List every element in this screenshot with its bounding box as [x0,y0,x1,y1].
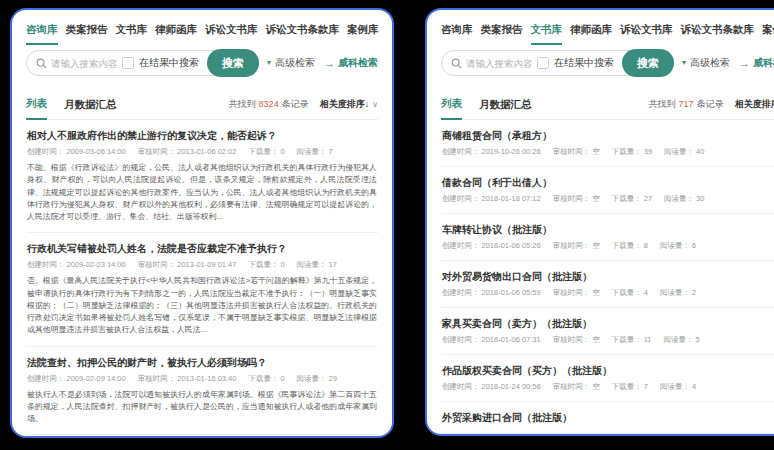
tab-case-reports[interactable]: 类案报告 [481,23,523,45]
search-input[interactable] [466,58,537,69]
list-item: 对外贸易货物出口合同（批注版） 创建时间：2018-01-06 05:59 审核… [441,261,774,308]
result-count: 共找到 8324 条记录 [229,98,309,119]
list-item: 如何计算民事案件适用简易程序的审限？ 创建时间：2009-02-04 14:00… [26,435,378,438]
list-item: 法院查封、扣押公民的财产时，被执行人必须到场吗？ 创建时间：2009-02-09… [26,347,378,436]
tab-consultation-library[interactable]: 咨询库 [441,23,473,45]
list-item: 外贸采购进口合同（批注版） [441,402,774,434]
search-button[interactable]: 搜索 [622,49,674,77]
item-title-link[interactable]: 借款合同（利于出借人） [442,176,774,189]
view-tab-list[interactable]: 列表 [441,97,462,120]
item-snippet: 被执行人不是必须到场，法院可以通知被执行人的成年家属到场。根据《民事诉讼法》第二… [27,389,377,426]
chevron-down-icon: ▾ [267,59,271,67]
item-meta: 创建时间：2018-01-18 07:12 审核时间：空 下载量：27 阅读量：… [442,194,774,204]
library-tab-bar: 咨询库 类案报告 文书库 律师函库 诉讼文书库 诉讼文书条款库 案例库 [441,10,774,45]
tab-case-reports[interactable]: 类案报告 [66,23,108,45]
item-title-link[interactable]: 作品版权买卖合同（买方）（批注版） [442,364,774,377]
library-tab-bar: 咨询库 类案报告 文书库 律师函库 诉讼文书库 诉讼文书条款库 案例库 [26,10,378,45]
tab-case-library[interactable]: 案例库 [347,23,379,45]
sort-label: 相关度排序↓ [735,98,774,111]
list-item: 作品版权买卖合同（买方）（批注版） 创建时间：2018-01-24 00:56 … [441,355,774,402]
search-button[interactable]: 搜索 [207,49,259,77]
search-icon [451,58,462,69]
chevron-down-icon: ▾ [682,59,686,67]
search-row: 在结果中搜索 搜索 ▾ 高级检索 → 威科检索 [441,50,774,76]
search-in-results-checkbox[interactable] [537,57,549,69]
item-meta: 创建时间：2009-03-06 14:00 审核时间：2013-01-06 02… [27,147,377,157]
list-item: 家具买卖合同（卖方）（批注版） 创建时间：2018-01-06 07:31 审核… [441,308,774,355]
advanced-search-label: 高级检索 [275,56,315,70]
consultation-library-panel: 咨询库 类案报告 文书库 律师函库 诉讼文书库 诉讼文书条款库 案例库 在结果中… [10,8,394,438]
search-input[interactable] [51,58,122,69]
tab-litigation-clause-library[interactable]: 诉讼文书条款库 [266,23,340,45]
item-title-link[interactable]: 对外贸易货物出口合同（批注版） [442,270,774,283]
weike-search-label: 威科检索 [338,56,378,70]
search-box: 在结果中搜索 搜索 [441,50,674,76]
search-box: 在结果中搜索 搜索 [26,50,259,76]
sort-dropdown[interactable]: 相关度排序↓ ∨ [735,98,774,119]
search-icon [36,58,47,69]
item-meta: 创建时间：2009-02-03 14:00 审核时间：2013-01-09 01… [27,260,377,270]
item-title-link[interactable]: 商铺租赁合同（承租方） [442,129,774,142]
document-library-panel: 咨询库 类案报告 文书库 律师函库 诉讼文书库 诉讼文书条款库 案例库 在结果中… [425,8,774,436]
item-title-link[interactable]: 法院查封、扣押公民的财产时，被执行人必须到场吗？ [27,356,377,369]
weike-search-link[interactable]: → 威科检索 [739,56,774,70]
search-in-results-label: 在结果中搜索 [554,56,614,70]
tab-litigation-document-library[interactable]: 诉讼文书库 [205,23,258,45]
tab-document-library[interactable]: 文书库 [116,23,148,45]
arrow-right-icon: → [324,58,335,69]
list-item: 行政机关写错被处罚人姓名，法院是否应裁定不准予执行？ 创建时间：2009-02-… [26,233,378,346]
item-title-link[interactable]: 行政机关写错被处罚人姓名，法院是否应裁定不准予执行？ [27,242,377,255]
result-count: 共找到 717 条记录 [649,98,724,119]
item-title-link[interactable]: 外贸采购进口合同（批注版） [442,411,774,424]
list-item: 商铺租赁合同（承租方） 创建时间：2019-10-26 00:26 审核时间：空… [441,120,774,167]
tab-litigation-document-library[interactable]: 诉讼文书库 [620,23,673,45]
tab-litigation-clause-library[interactable]: 诉讼文书条款库 [681,23,755,45]
item-snippet: 不能。根据《行政诉讼法》的规定，公民、法人或者其他组织认为行政机关的具体行政行为… [27,162,377,223]
list-item: 借款合同（利于出借人） 创建时间：2018-01-18 07:12 审核时间：空… [441,167,774,214]
advanced-search-control[interactable]: ▾ 高级检索 [682,56,730,70]
list-header: 列表 月数据汇总 共找到 8324 条记录 相关度排序↓ ∨ [26,97,378,120]
list-header: 列表 月数据汇总 共找到 717 条记录 相关度排序↓ ∨ [441,97,774,120]
tab-lawyer-letter-library[interactable]: 律师函库 [570,23,612,45]
item-meta: 创建时间：2018-01-06 05:26 审核时间：空 下载量：8 阅读量：6 [442,241,774,251]
item-snippet: 否。根据《最高人民法院关于执行<中华人民共和国行政诉讼法>若干问题的解释》第九十… [27,275,377,336]
tab-case-library[interactable]: 案例库 [762,23,774,45]
result-count-number: 8324 [259,99,279,109]
view-tab-monthly-summary[interactable]: 月数据汇总 [64,98,117,119]
sort-dropdown[interactable]: 相关度排序↓ ∨ [320,98,378,119]
arrow-right-icon: → [739,58,750,69]
item-title-link[interactable]: 相对人不服政府作出的禁止游行的复议决定，能否起诉？ [27,129,377,142]
screen: 咨询库 类案报告 文书库 律师函库 诉讼文书库 诉讼文书条款库 案例库 在结果中… [0,0,774,450]
weike-search-label: 威科检索 [753,56,774,70]
result-list: 相对人不服政府作出的禁止游行的复议决定，能否起诉？ 创建时间：2009-03-0… [26,120,378,438]
advanced-search-label: 高级检索 [690,56,730,70]
advanced-search-control[interactable]: ▾ 高级检索 [267,56,315,70]
list-item: 相对人不服政府作出的禁止游行的复议决定，能否起诉？ 创建时间：2009-03-0… [26,120,378,233]
item-meta: 创建时间：2018-01-24 00:56 审核时间：空 下载量：7 阅读量：4 [442,382,774,392]
result-count-number: 717 [679,99,694,109]
search-in-results-checkbox[interactable] [122,57,134,69]
tab-consultation-library[interactable]: 咨询库 [26,23,58,45]
item-meta: 创建时间：2018-01-06 07:31 审核时间：空 下载量：11 阅读量：… [442,335,774,345]
search-in-results-label: 在结果中搜索 [139,56,199,70]
view-tab-monthly-summary[interactable]: 月数据汇总 [479,98,532,119]
item-title-link[interactable]: 车牌转让协议（批注版） [442,223,774,236]
item-meta: 创建时间：2019-10-26 00:26 审核时间：空 下载量：39 阅读量：… [442,147,774,157]
list-item: 车牌转让协议（批注版） 创建时间：2018-01-06 05:26 审核时间：空… [441,214,774,261]
result-list: 商铺租赁合同（承租方） 创建时间：2019-10-26 00:26 审核时间：空… [441,120,774,434]
chevron-down-icon: ∨ [372,100,378,109]
weike-search-link[interactable]: → 威科检索 [324,56,378,70]
search-row: 在结果中搜索 搜索 ▾ 高级检索 → 威科检索 [26,50,378,76]
item-meta: 创建时间：2009-02-09 14:00 审核时间：2013-01-16 03… [27,374,377,384]
item-meta: 创建时间：2018-01-06 05:59 审核时间：空 下载量：4 阅读量：2 [442,288,774,298]
tab-document-library[interactable]: 文书库 [531,23,563,45]
sort-label: 相关度排序↓ [320,98,370,111]
item-title-link[interactable]: 家具买卖合同（卖方）（批注版） [442,317,774,330]
tab-lawyer-letter-library[interactable]: 律师函库 [155,23,197,45]
view-tab-list[interactable]: 列表 [26,97,47,120]
